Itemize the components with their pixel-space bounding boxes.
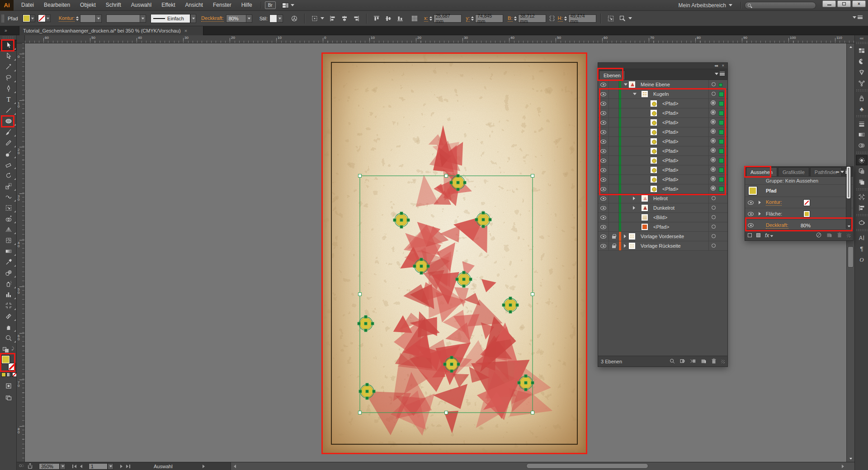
transparency-panel-icon[interactable] bbox=[856, 140, 868, 150]
artboard-tool[interactable] bbox=[0, 300, 17, 311]
layer-row[interactable]: <Pfad> bbox=[598, 108, 727, 118]
layer-thumbnail[interactable] bbox=[629, 81, 635, 88]
tab-aussehen[interactable]: Aussehen bbox=[746, 167, 777, 176]
dock-grip[interactable] bbox=[856, 188, 868, 191]
fill-color-control[interactable] bbox=[23, 14, 35, 22]
layer-row[interactable]: <Bild> bbox=[598, 213, 727, 222]
direct-selection-tool[interactable] bbox=[0, 51, 17, 61]
character-panel-icon[interactable]: A bbox=[856, 232, 868, 243]
layer-name[interactable]: Kugeln bbox=[653, 91, 669, 97]
target-icon[interactable] bbox=[711, 157, 716, 162]
layer-thumbnail[interactable] bbox=[651, 186, 657, 192]
dock-grip[interactable] bbox=[856, 115, 868, 118]
bridge-button[interactable]: Br bbox=[265, 1, 276, 9]
layer-name[interactable]: <Pfad> bbox=[662, 139, 678, 144]
eye-toggle[interactable] bbox=[598, 175, 609, 184]
layer-thumbnail[interactable] bbox=[651, 100, 657, 107]
expand-icon[interactable] bbox=[759, 212, 761, 216]
target-icon[interactable] bbox=[712, 244, 716, 248]
scroll-up-button[interactable] bbox=[847, 43, 855, 50]
layer-name[interactable]: <Pfad> bbox=[662, 167, 678, 173]
duplicate-item-icon[interactable] bbox=[826, 232, 832, 239]
color-button[interactable] bbox=[1, 372, 6, 377]
lock-toggle[interactable] bbox=[609, 99, 619, 108]
align-top-icon[interactable] bbox=[372, 14, 382, 23]
shape-builder-tool[interactable] bbox=[0, 213, 17, 224]
resize-grip[interactable] bbox=[721, 360, 725, 363]
target-icon[interactable] bbox=[711, 176, 716, 181]
eye-toggle[interactable] bbox=[598, 241, 609, 250]
clear-appearance-icon[interactable] bbox=[816, 232, 822, 239]
fill-swatch[interactable] bbox=[23, 14, 30, 22]
dock-grip[interactable] bbox=[856, 151, 868, 154]
recolor-artwork-icon[interactable] bbox=[856, 78, 868, 88]
type-tool[interactable]: T bbox=[0, 94, 17, 105]
arrange-documents-button[interactable] bbox=[282, 3, 294, 8]
close-icon[interactable]: × bbox=[722, 63, 724, 68]
none-button[interactable] bbox=[12, 372, 17, 377]
layer-name[interactable]: Vorlage Vorderseite bbox=[641, 234, 684, 239]
menu-item[interactable]: Auswahl bbox=[126, 0, 156, 10]
fill-yellow-swatch[interactable] bbox=[804, 211, 810, 217]
horizontal-scroll-thumb[interactable] bbox=[526, 463, 648, 469]
menu-item[interactable]: Datei bbox=[16, 0, 39, 10]
eye-icon[interactable] bbox=[748, 223, 754, 227]
stroke-indicator[interactable] bbox=[8, 363, 16, 371]
layer-row[interactable]: <Pfad> bbox=[598, 127, 727, 137]
layer-thumbnail[interactable] bbox=[651, 110, 657, 116]
collapse-icon[interactable]: ◂◂ bbox=[714, 63, 717, 68]
lock-toggle[interactable] bbox=[609, 127, 619, 136]
new-sublayer-icon[interactable] bbox=[690, 358, 696, 365]
slice-tool[interactable] bbox=[0, 311, 17, 322]
color-guide-panel-icon[interactable] bbox=[856, 67, 868, 77]
artboard[interactable] bbox=[323, 54, 586, 453]
ruler-corner[interactable] bbox=[17, 35, 25, 43]
target-icon[interactable] bbox=[712, 225, 716, 229]
symbols-panel-icon[interactable]: ♣ bbox=[856, 103, 868, 114]
target-icon[interactable] bbox=[711, 167, 716, 172]
y-field[interactable]: 74,845 mm bbox=[475, 14, 503, 23]
layer-name[interactable]: Dunkelrot bbox=[653, 205, 675, 211]
appearance-row-fill[interactable]: Fläche: bbox=[745, 208, 853, 220]
lock-toggle[interactable] bbox=[609, 175, 619, 184]
expand-icon[interactable] bbox=[633, 93, 637, 95]
make-clipping-mask-icon[interactable] bbox=[679, 358, 686, 365]
new-layer-icon[interactable] bbox=[700, 358, 707, 365]
close-button[interactable]: × bbox=[852, 0, 866, 7]
add-effect-icon[interactable]: fx bbox=[765, 232, 774, 239]
lock-toggle[interactable] bbox=[609, 194, 619, 203]
align-left-icon[interactable] bbox=[328, 14, 338, 23]
zoom-tool[interactable] bbox=[0, 333, 17, 343]
target-icon[interactable] bbox=[712, 215, 716, 219]
workspace-switcher[interactable]: Mein Arbeitsbereich bbox=[674, 2, 737, 9]
menu-item[interactable]: Schrift bbox=[101, 0, 126, 10]
layer-row[interactable]: Vorlage Vorderseite bbox=[598, 232, 727, 241]
isolate-object-icon[interactable] bbox=[618, 14, 627, 23]
x-stepper[interactable] bbox=[429, 16, 432, 21]
lock-toggle[interactable] bbox=[609, 108, 619, 118]
first-artboard-button[interactable] bbox=[74, 465, 76, 468]
document-tab[interactable]: Tutorial_Geschenkanhaenger_drucken.ai* b… bbox=[19, 26, 203, 35]
pen-tool[interactable] bbox=[0, 83, 17, 94]
eye-toggle[interactable] bbox=[598, 127, 609, 136]
menu-item[interactable]: Bearbeiten bbox=[39, 0, 75, 10]
graphic-style-select[interactable] bbox=[269, 14, 283, 23]
layer-name[interactable]: <Pfad> bbox=[662, 148, 678, 154]
rotate-tool[interactable] bbox=[0, 170, 17, 181]
blend-tool[interactable] bbox=[0, 268, 17, 278]
chevron-down-icon[interactable] bbox=[321, 17, 324, 19]
target-icon[interactable] bbox=[711, 148, 716, 153]
vertical-scroll-thumb[interactable] bbox=[848, 246, 854, 268]
panel-scrollbar[interactable] bbox=[846, 177, 851, 229]
stroke-color-control[interactable] bbox=[38, 14, 51, 22]
export-icon[interactable] bbox=[27, 463, 33, 470]
layer-thumbnail[interactable] bbox=[642, 195, 648, 202]
target-icon[interactable] bbox=[711, 119, 716, 124]
gradient-panel-icon[interactable] bbox=[856, 129, 868, 140]
layer-row[interactable]: Meine Ebene bbox=[598, 80, 727, 89]
artboard-number-field[interactable]: 1 bbox=[89, 463, 108, 470]
christmas-tree-artwork[interactable] bbox=[323, 54, 586, 453]
layer-row[interactable]: Kugeln bbox=[598, 89, 727, 99]
layer-name[interactable]: <Bild> bbox=[653, 215, 667, 220]
y-stepper[interactable] bbox=[471, 16, 474, 21]
